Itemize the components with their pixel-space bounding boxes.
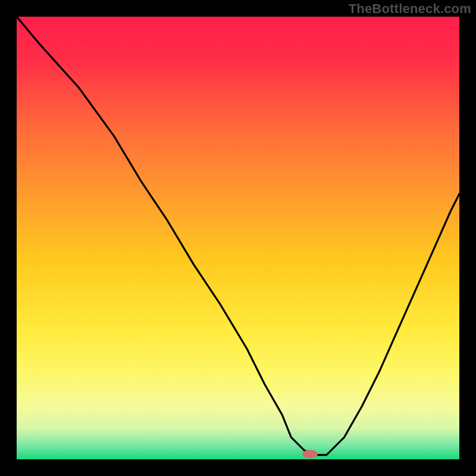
optimal-marker	[302, 450, 318, 458]
plot-svg	[17, 17, 459, 459]
plot-area	[17, 17, 459, 459]
heat-gradient	[17, 17, 459, 459]
chart-stage: TheBottleneck.com	[0, 0, 476, 476]
watermark-text: TheBottleneck.com	[349, 1, 471, 17]
